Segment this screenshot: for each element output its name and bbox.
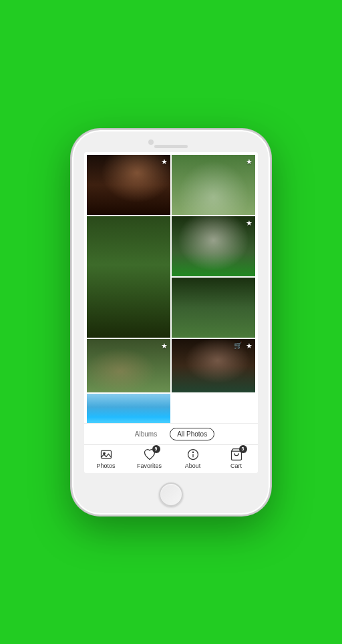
nav-photos[interactable]: Photos xyxy=(84,448,128,469)
favorites-label: Favorites xyxy=(137,462,162,469)
star-icon-6: ★ xyxy=(161,342,168,350)
favorites-badge: 9 xyxy=(152,445,160,453)
photo-item-7[interactable]: ★ 🛒 xyxy=(172,339,255,392)
phone-bottom xyxy=(72,478,270,515)
star-icon-2: ★ xyxy=(246,157,252,166)
svg-point-1 xyxy=(103,452,105,454)
home-button[interactable] xyxy=(159,482,183,507)
nav-about[interactable]: About xyxy=(171,448,214,469)
filter-albums-button[interactable]: Albums xyxy=(128,428,164,440)
bottom-nav: Photos 9 Favorites xyxy=(84,444,258,473)
photo-item-2[interactable]: ★ xyxy=(172,155,255,215)
photo-item-1[interactable]: ★ xyxy=(87,155,170,215)
phone-camera xyxy=(148,139,154,145)
photos-label: Photos xyxy=(96,462,115,469)
photos-icon xyxy=(100,448,113,461)
svg-point-4 xyxy=(192,452,193,452)
nav-favorites[interactable]: 9 Favorites xyxy=(128,448,171,469)
phone-top-bar xyxy=(72,130,270,152)
phone-screen: ★ ★ ★ ★ ★ 🛒 xyxy=(84,152,258,473)
cart-badge: 5 xyxy=(239,445,247,453)
filter-all-photos-button[interactable]: All Photos xyxy=(170,428,214,440)
photo-item-3[interactable] xyxy=(87,216,170,338)
star-icon-1: ★ xyxy=(161,157,168,166)
cart-label: Cart xyxy=(230,462,242,469)
star-icon-7: ★ xyxy=(246,342,252,350)
about-icon-wrap xyxy=(186,448,200,461)
about-icon xyxy=(186,448,200,461)
cart-icon-7: 🛒 xyxy=(234,342,242,349)
phone-speaker xyxy=(154,145,188,148)
cart-icon-wrap: 5 xyxy=(230,448,243,461)
photo-item-8[interactable] xyxy=(87,394,170,423)
nav-cart[interactable]: 5 Cart xyxy=(214,448,258,469)
filter-bar: Albums All Photos xyxy=(84,423,258,444)
photo-item-5[interactable] xyxy=(172,278,255,338)
favorites-icon-wrap: 9 xyxy=(143,448,156,461)
star-icon-4: ★ xyxy=(246,219,252,228)
photos-icon-wrap xyxy=(100,448,113,461)
phone-frame: ★ ★ ★ ★ ★ 🛒 xyxy=(71,129,271,516)
photo-item-4[interactable]: ★ xyxy=(172,216,255,276)
photo-grid: ★ ★ ★ ★ ★ 🛒 xyxy=(84,152,258,423)
about-label: About xyxy=(185,462,201,469)
photo-item-6[interactable]: ★ xyxy=(87,339,170,392)
